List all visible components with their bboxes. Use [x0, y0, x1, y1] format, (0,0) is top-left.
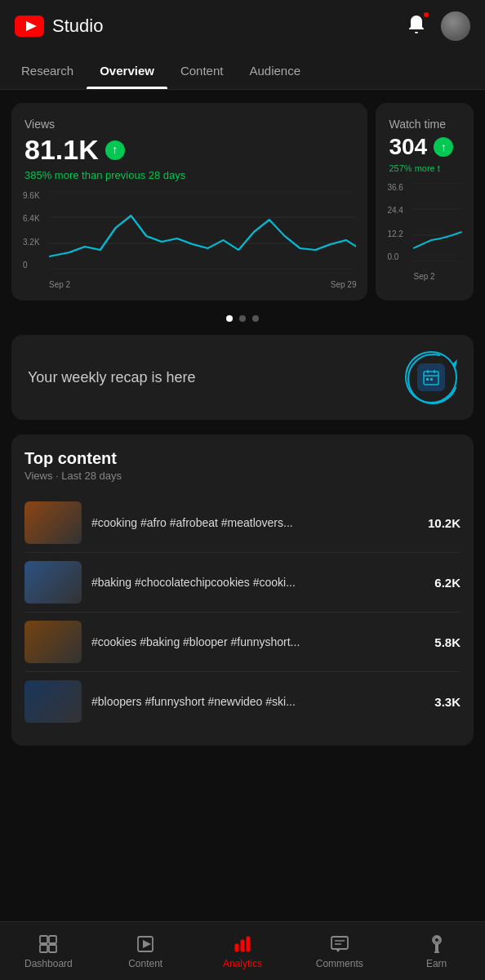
nav-earn[interactable]: Earn [388, 922, 485, 980]
header-right [405, 11, 470, 41]
youtube-logo-icon [15, 16, 44, 37]
comments-label: Comments [316, 958, 363, 969]
analytics-label: Analytics [223, 958, 262, 969]
views-chart-svg [49, 191, 356, 270]
svg-rect-19 [49, 936, 56, 943]
weekly-recap-card[interactable]: Your weekly recap is here [11, 335, 474, 420]
wt-x-start: Sep 2 [413, 272, 434, 281]
tab-research[interactable]: Research [8, 52, 87, 89]
notifications-button[interactable] [405, 13, 428, 39]
tab-audience[interactable]: Audience [236, 52, 314, 89]
watch-time-value-row: 304 ↑ [389, 134, 461, 160]
x-label-end: Sep 29 [331, 280, 357, 289]
views-value: 81.1K [24, 134, 99, 166]
carousel-dots [11, 315, 474, 322]
views-pct: 385% more than previous 28 days [24, 169, 354, 181]
svg-rect-25 [241, 940, 244, 951]
watch-time-value: 304 [389, 134, 427, 160]
content-thumb-2 [24, 561, 82, 604]
nav-comments[interactable]: Comments [291, 922, 388, 980]
content-thumb-3 [24, 621, 82, 663]
content-label: Content [128, 958, 162, 969]
metrics-cards-row: Views 81.1K ↑ 385% more than previous 28… [11, 103, 474, 301]
user-avatar[interactable] [441, 11, 470, 41]
content-info-2: #baking #chocolatechipcookies #cooki... [91, 576, 425, 589]
x-label-start: Sep 2 [49, 280, 70, 289]
wt-x-labels: Sep 2 [413, 272, 462, 281]
nav-dashboard[interactable]: Dashboard [0, 922, 97, 980]
svg-rect-24 [235, 944, 238, 951]
earn-icon [426, 933, 447, 955]
svg-rect-20 [40, 945, 47, 952]
notification-badge [422, 11, 430, 19]
content-views-2: 6.2K [434, 576, 461, 590]
svg-marker-30 [336, 949, 340, 952]
svg-rect-27 [331, 937, 348, 949]
wt-y1: 24.4 [387, 206, 403, 215]
content-views-1: 10.2K [428, 516, 461, 530]
avatar-image [441, 11, 470, 41]
watch-time-up-arrow: ↑ [434, 137, 453, 157]
main-content: Views 81.1K ↑ 385% more than previous 28… [0, 90, 485, 824]
top-content-card: Top content Views · Last 28 days #cookin… [11, 434, 474, 746]
content-item-3[interactable]: #cookies #baking #blooper #funnyshort...… [24, 612, 461, 672]
y-label-1: 6.4K [23, 214, 40, 223]
y-label-0: 9.6K [23, 191, 40, 200]
content-title-3: #cookies #baking #blooper #funnyshort... [91, 635, 425, 648]
y-label-3: 0 [23, 261, 40, 270]
bottom-nav: Dashboard Content Analytics [0, 921, 485, 980]
content-views-3: 5.8K [434, 635, 461, 649]
top-content-title: Top content [24, 449, 461, 468]
dot-2[interactable] [239, 315, 246, 322]
analytics-icon [232, 933, 253, 955]
tab-content[interactable]: Content [167, 52, 237, 89]
content-thumb-1 [24, 501, 82, 544]
up-arrow-icon2: ↑ [441, 141, 447, 153]
svg-rect-21 [49, 945, 56, 952]
header-left: Studio [15, 16, 103, 37]
svg-rect-26 [247, 937, 250, 951]
earn-label: Earn [426, 958, 447, 969]
app-header: Studio [0, 0, 485, 52]
watch-time-card: Watch time 304 ↑ 257% more t 36.6 24.4 1… [376, 103, 474, 301]
content-info-3: #cookies #baking #blooper #funnyshort... [91, 635, 425, 648]
content-title-2: #baking #chocolatechipcookies #cooki... [91, 576, 425, 589]
watch-time-chart: 36.6 24.4 12.2 0.0 Sep 2 [387, 183, 462, 281]
views-up-arrow: ↑ [105, 140, 125, 160]
content-item-2[interactable]: #baking #chocolatechipcookies #cooki... … [24, 553, 461, 612]
content-item-4[interactable]: #bloopers #funnyshort #newvideo #ski... … [24, 672, 461, 731]
up-arrow-icon: ↑ [112, 144, 118, 155]
views-card: Views 81.1K ↑ 385% more than previous 28… [11, 103, 367, 301]
nav-analytics[interactable]: Analytics [194, 922, 291, 980]
nav-content[interactable]: Content [97, 922, 194, 980]
wt-y-labels: 36.6 24.4 12.2 0.0 [387, 183, 403, 261]
svg-rect-18 [40, 936, 47, 943]
dashboard-icon [38, 933, 59, 955]
wt-y3: 0.0 [387, 252, 403, 261]
content-icon [135, 933, 156, 955]
views-y-labels: 9.6K 6.4K 3.2K 0 [23, 191, 40, 270]
nav-tabs: Research Overview Content Audience [0, 52, 485, 90]
svg-marker-11 [452, 359, 457, 368]
app-title: Studio [52, 16, 103, 37]
dot-1[interactable] [226, 315, 233, 322]
wt-y2: 12.2 [387, 229, 403, 238]
content-item-1[interactable]: #cooking #afro #afrobeat #meatlovers... … [24, 493, 461, 553]
wt-y0: 36.6 [387, 183, 403, 192]
svg-marker-23 [143, 940, 151, 948]
content-info-4: #bloopers #funnyshort #newvideo #ski... [91, 695, 425, 708]
views-x-labels: Sep 2 Sep 29 [49, 280, 356, 289]
watch-time-pct: 257% more t [389, 163, 461, 173]
watch-time-label: Watch time [389, 118, 461, 131]
views-value-row: 81.1K ↑ [24, 134, 354, 166]
content-views-4: 3.3K [434, 695, 461, 709]
views-label: Views [24, 118, 354, 131]
top-content-subtitle: Views · Last 28 days [24, 470, 461, 482]
tab-overview[interactable]: Overview [87, 52, 167, 89]
recap-text: Your weekly recap is here [28, 369, 195, 386]
dot-3[interactable] [252, 315, 259, 322]
comments-icon [329, 933, 350, 955]
views-chart: 9.6K 6.4K 3.2K 0 [23, 191, 356, 289]
recap-arc-icon [407, 353, 459, 405]
dashboard-label: Dashboard [24, 958, 73, 969]
